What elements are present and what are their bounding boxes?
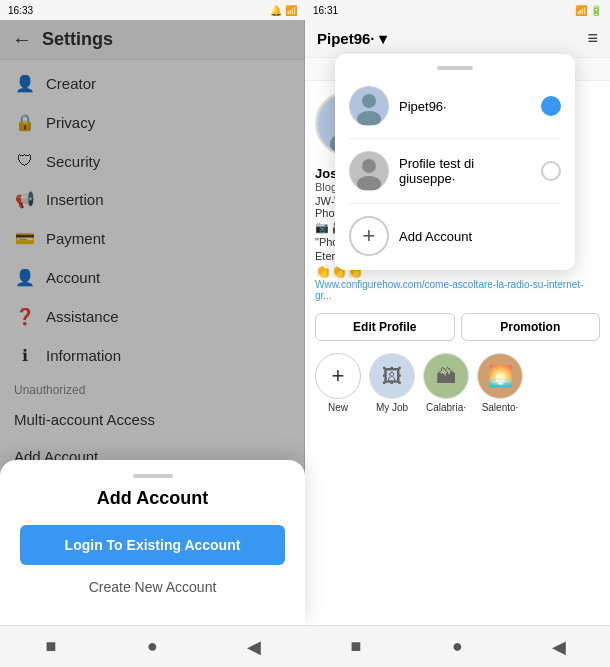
left-time: 16:33 [8, 5, 33, 16]
switcher-add-circle-icon: + [349, 216, 389, 256]
switcher-drag-handle [437, 66, 473, 70]
left-nav-back[interactable]: ◀ [239, 636, 269, 658]
switcher-add-account[interactable]: + Add Account [335, 208, 575, 264]
profile-action-buttons: Edit Profile Promotion [305, 307, 610, 347]
right-nav-square[interactable]: ■ [341, 636, 371, 657]
left-status-bar: 16:33 🔔 📶 [0, 0, 305, 20]
highlight-myjob-label: My Job [376, 402, 408, 413]
edit-profile-button[interactable]: Edit Profile [315, 313, 455, 341]
left-status-icons: 🔔 📶 [270, 5, 297, 16]
highlight-myjob[interactable]: 🖼 My Job [369, 353, 415, 413]
highlight-calabria-label: Calabria· [426, 402, 466, 413]
highlight-salento-circle: 🌅 [477, 353, 523, 399]
profile-header: Pipet96· ▾ ≡ [305, 20, 610, 58]
switcher-avatar-2 [349, 151, 389, 191]
login-existing-button[interactable]: Login To Existing Account [20, 525, 285, 565]
switcher-radio-active-1 [541, 96, 561, 116]
right-nav-circle[interactable]: ● [442, 636, 472, 657]
highlight-salento-label: Salento· [482, 402, 519, 413]
account-switcher-popup: Pipet96· Profile test di giuseppe· + [335, 54, 575, 270]
switcher-divider-2 [349, 203, 561, 204]
right-bottom-nav: ■ ● ◀ [305, 625, 610, 667]
hamburger-menu-button[interactable]: ≡ [587, 28, 598, 49]
svg-point-4 [362, 94, 376, 108]
dropdown-arrow-icon: ▾ [379, 30, 387, 48]
right-nav-back[interactable]: ◀ [544, 636, 574, 658]
right-status-bar: 16:31 📶 🔋 [305, 0, 610, 20]
profile-link[interactable]: Www.configurehow.com/come-ascoltare-la-r… [315, 279, 600, 301]
right-time: 16:31 [313, 5, 338, 16]
switcher-radio-inactive-2 [541, 161, 561, 181]
create-new-button[interactable]: Create New Account [20, 569, 285, 605]
profile-header-username: Pipet96· [317, 30, 375, 47]
left-nav-square[interactable]: ■ [36, 636, 66, 657]
sheet-drag-handle [133, 474, 173, 478]
right-status-icons: 📶 🔋 [575, 5, 602, 16]
highlight-salento[interactable]: 🌅 Salento· [477, 353, 523, 413]
promotion-button[interactable]: Promotion [461, 313, 601, 341]
switcher-avatar-1 [349, 86, 389, 126]
switcher-name-2: Profile test di giuseppe· [399, 156, 531, 186]
svg-point-7 [362, 159, 376, 173]
highlight-new-circle: + [315, 353, 361, 399]
highlight-calabria[interactable]: 🏔 Calabria· [423, 353, 469, 413]
profile-dropdown[interactable]: Pipet96· ▾ [317, 30, 387, 48]
switcher-account-2[interactable]: Profile test di giuseppe· [335, 143, 575, 199]
left-nav-circle[interactable]: ● [137, 636, 167, 657]
highlight-new-label: New [328, 402, 348, 413]
switcher-name-1: Pipet96· [399, 99, 531, 114]
settings-panel: ← Settings 👤 Creator 🔒 Privacy 🛡 Securit… [0, 20, 305, 625]
highlight-calabria-circle: 🏔 [423, 353, 469, 399]
sheet-title: Add Account [20, 488, 285, 509]
switcher-divider [349, 138, 561, 139]
highlight-myjob-circle: 🖼 [369, 353, 415, 399]
profile-panel: Pipet96· ▾ ≡ 46 Profile Views In The Las… [305, 20, 610, 625]
highlight-new[interactable]: + New [315, 353, 361, 413]
switcher-add-label: Add Account [399, 229, 472, 244]
switcher-account-1[interactable]: Pipet96· [335, 78, 575, 134]
add-account-sheet: Add Account Login To Existing Account Cr… [0, 460, 305, 625]
left-bottom-nav: ■ ● ◀ [0, 625, 305, 667]
bottom-navigation: ■ ● ◀ ■ ● ◀ [0, 625, 610, 667]
highlights-row: + New 🖼 My Job 🏔 Calabria· 🌅 Salento· [305, 347, 610, 419]
